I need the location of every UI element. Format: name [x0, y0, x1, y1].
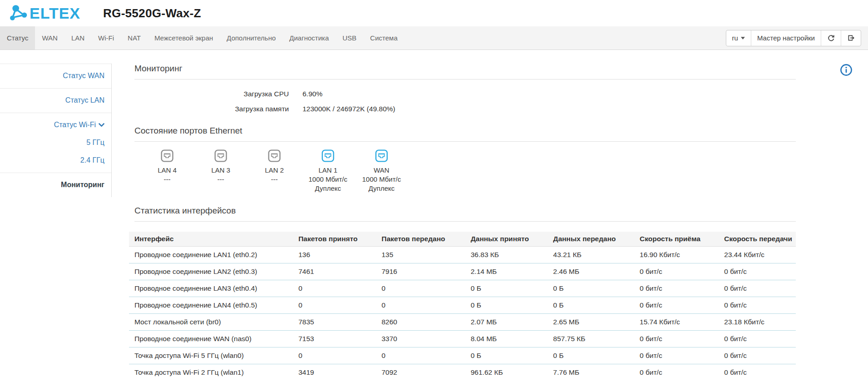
- caret-down-icon: [741, 37, 745, 40]
- sidebar-item-status-wan[interactable]: Статус WAN: [0, 64, 111, 88]
- chevron-down-icon: [99, 123, 104, 127]
- sidebar-subitem-wifi-2-4ghz[interactable]: 2.4 ГГц: [7, 156, 104, 164]
- logout-icon: [847, 34, 855, 42]
- table-cell: 8260: [376, 314, 465, 331]
- eltex-logo: ELTEX: [9, 4, 80, 22]
- table-cell: 15.74 Кбит/с: [634, 314, 719, 331]
- port-status-line: Дуплекс: [355, 184, 408, 193]
- sidebar-item-label: Статус Wi-Fi: [54, 121, 96, 129]
- table-cell: 0 бит/с: [719, 331, 796, 347]
- tab-usb[interactable]: USB: [336, 26, 363, 50]
- port-wan: WAN1000 Мбит/сДуплекс: [355, 149, 408, 193]
- refresh-button[interactable]: [821, 30, 841, 46]
- table-row: Проводное соединение LAN4 (eth0.5)000 Б0…: [129, 297, 796, 314]
- monitoring-info: Загрузка CPU 6.90% Загрузка памяти 12300…: [134, 90, 796, 113]
- tab-wifi[interactable]: Wi-Fi: [91, 26, 121, 50]
- table-cell: 23.18 Кбит/с: [719, 314, 796, 331]
- port-name: WAN: [355, 166, 408, 175]
- sidebar-subitem-wifi-5ghz[interactable]: 5 ГГц: [7, 139, 104, 147]
- table-cell: 0 бит/с: [634, 331, 719, 347]
- sidebar-item-monitoring[interactable]: Мониторинг: [0, 173, 111, 197]
- setup-wizard-button[interactable]: Мастер настройки: [751, 30, 821, 46]
- port-name: LAN 2: [248, 166, 301, 175]
- table-cell: 0 бит/с: [719, 364, 796, 381]
- table-cell: Проводное соединение WAN (nas0): [129, 331, 293, 347]
- table-cell: 8.04 МБ: [465, 331, 548, 347]
- table-row: Проводное соединение LAN1 (eth0.2)136135…: [129, 247, 796, 263]
- device-model-title: RG-5520G-Wax-Z: [103, 6, 201, 20]
- table-cell: 0 бит/с: [719, 297, 796, 314]
- table-row: Проводное соединение LAN3 (eth0.4)000 Б0…: [129, 280, 796, 297]
- table-cell: Мост локальной сети (br0): [129, 314, 293, 331]
- section-title-interface-stats: Статистика интерфейсов: [134, 206, 796, 222]
- port-name: LAN 4: [140, 166, 194, 175]
- table-cell: 16.90 Кбит/с: [634, 247, 719, 263]
- cpu-load-value: 6.90%: [303, 90, 322, 98]
- tab-wan[interactable]: WAN: [35, 26, 64, 50]
- column-header-1: Пакетов принято: [293, 232, 376, 247]
- tab-nat[interactable]: NAT: [121, 26, 148, 50]
- table-cell: 0 бит/с: [634, 280, 719, 297]
- port-lan1: LAN 11000 Мбит/сДуплекс: [301, 149, 355, 193]
- sidebar-item-status-wifi[interactable]: Статус Wi-Fi5 ГГц2.4 ГГц: [0, 113, 111, 173]
- table-cell: 7461: [293, 263, 376, 280]
- stats-header-row: ИнтерфейсПакетов принятоПакетов передано…: [129, 232, 796, 247]
- table-cell: 0 Б: [465, 297, 548, 314]
- table-cell: 3370: [376, 331, 465, 347]
- sidebar-item-label: Статус LAN: [65, 96, 104, 104]
- table-cell: 2.07 МБ: [465, 314, 548, 331]
- table-cell: 0: [376, 280, 465, 297]
- table-cell: 0: [293, 297, 376, 314]
- port-status-line: ---: [248, 175, 301, 184]
- ethernet-port-icon: [268, 149, 281, 162]
- table-cell: 7092: [376, 364, 465, 381]
- port-lan3: LAN 3---: [194, 149, 248, 193]
- table-cell: 0 Б: [548, 297, 634, 314]
- sidebar-item-status-lan[interactable]: Статус LAN: [0, 88, 111, 113]
- table-cell: 0 Б: [465, 280, 548, 297]
- port-name: LAN 3: [194, 166, 248, 175]
- column-header-2: Пакетов передано: [376, 232, 465, 247]
- tab-diagnostics[interactable]: Диагностика: [283, 26, 336, 50]
- tab-advanced[interactable]: Дополнительно: [220, 26, 283, 50]
- page: ELTEX RG-5520G-Wax-Z СтатусWANLANWi-FiNA…: [0, 0, 868, 392]
- column-header-3: Данных принято: [465, 232, 548, 247]
- table-row: Проводное соединение LAN2 (eth0.3)746179…: [129, 263, 796, 280]
- ethernet-port-icon: [322, 149, 334, 162]
- port-lan4: LAN 4---: [140, 149, 194, 193]
- main-navbar: СтатусWANLANWi-FiNATМежсетевой экранДопо…: [0, 26, 868, 50]
- port-lan2: LAN 2---: [248, 149, 301, 193]
- tab-firewall[interactable]: Межсетевой экран: [148, 26, 220, 50]
- tab-status[interactable]: Статус: [0, 26, 35, 50]
- port-name: LAN 1: [301, 166, 355, 175]
- table-cell: 7916: [376, 263, 465, 280]
- tab-system[interactable]: Система: [363, 26, 404, 50]
- ethernet-port-icon: [161, 149, 174, 162]
- table-cell: 36.83 КБ: [465, 247, 548, 263]
- sidebar-item-label: Статус WAN: [63, 72, 104, 79]
- table-cell: 3419: [293, 364, 376, 381]
- ethernet-port-icon: [214, 149, 227, 162]
- section-title-monitoring: Мониторинг: [134, 64, 796, 79]
- table-cell: 7.76 МБ: [548, 364, 634, 381]
- table-row: Проводное соединение WAN (nas0)715333708…: [129, 331, 796, 347]
- table-cell: 0 бит/с: [634, 297, 719, 314]
- table-cell: 2.46 МБ: [548, 263, 634, 280]
- table-cell: Проводное соединение LAN1 (eth0.2): [129, 247, 293, 263]
- sidebar-menu: Статус WANСтатус LANСтатус Wi-Fi5 ГГц2.4…: [0, 64, 112, 197]
- cpu-load-row: Загрузка CPU 6.90%: [134, 90, 796, 98]
- info-icon[interactable]: [840, 64, 853, 78]
- content-layout: Статус WANСтатус LANСтатус Wi-Fi5 ГГц2.4…: [0, 50, 868, 392]
- table-cell: 7835: [293, 314, 376, 331]
- tab-lan[interactable]: LAN: [64, 26, 91, 50]
- logout-button[interactable]: [841, 30, 861, 46]
- eltex-logo-icon: [9, 4, 28, 22]
- language-select[interactable]: ru: [726, 30, 751, 46]
- port-status-line: 1000 Мбит/с: [301, 175, 355, 184]
- table-cell: 135: [376, 247, 465, 263]
- table-cell: 2.65 МБ: [548, 314, 634, 331]
- table-cell: 7153: [293, 331, 376, 347]
- table-cell: 0 Б: [465, 347, 548, 364]
- ethernet-ports: LAN 4---LAN 3---LAN 2---LAN 11000 Мбит/с…: [140, 149, 796, 193]
- cpu-load-label: Загрузка CPU: [134, 90, 289, 98]
